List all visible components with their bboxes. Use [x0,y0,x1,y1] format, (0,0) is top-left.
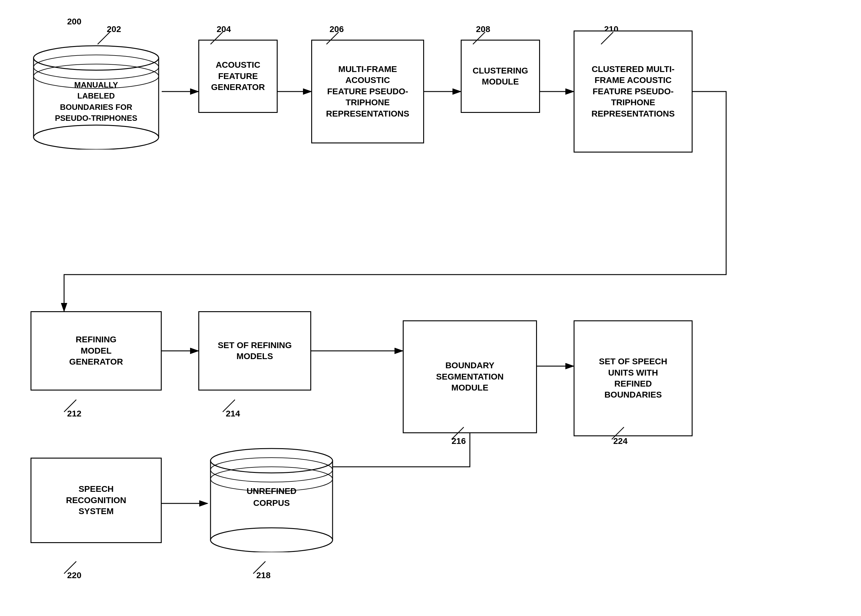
svg-point-15 [211,448,333,473]
svg-line-29 [253,561,266,574]
tick-202 [94,29,113,47]
svg-line-23 [601,32,613,44]
svg-line-19 [97,32,110,44]
set-refining-models: SET OF REFININGMODELS [198,311,311,391]
svg-point-16 [211,528,333,552]
svg-line-22 [473,32,485,44]
svg-line-26 [452,427,464,439]
acoustic-feature-generator: ACOUSTICFEATUREGENERATOR [198,40,278,113]
unrefined-corpus-cylinder: UNREFINEDCORPUS [207,442,336,552]
svg-point-11 [33,125,159,149]
speech-units-refined: SET OF SPEECHUNITS WITHREFINEDBOUNDARIES [573,321,693,436]
svg-point-10 [33,46,159,70]
tick-210 [598,29,616,47]
speech-recognition-system: SPEECHRECOGNITIONSYSTEM [30,458,162,543]
ref-200: 200 [67,17,82,27]
svg-line-21 [327,32,339,44]
clustered-multiframe: CLUSTERED MULTI-FRAME ACOUSTICFEATURE PS… [573,30,693,152]
boundary-segmentation: BOUNDARYSEGMENTATIONMODULE [403,321,537,433]
tick-216 [448,424,467,442]
clustering-module: CLUSTERINGMODULE [461,40,540,113]
diagram: 200 202 MANUALLYLABELEDBOUNDARIES FORPSE… [0,0,861,616]
tick-218 [250,558,269,577]
tick-212 [61,397,79,415]
tick-224 [609,424,627,442]
manually-labeled-cylinder: MANUALLYLABELEDBOUNDARIES FORPSEUDO-TRIP… [30,40,162,149]
tick-220 [61,558,79,577]
tick-204 [207,29,226,47]
manually-labeled-text: MANUALLYLABELEDBOUNDARIES FORPSEUDO-TRIP… [30,79,162,124]
tick-206 [324,29,342,47]
svg-line-28 [64,561,76,574]
multiframe-acoustic-feature: MULTI-FRAMEACOUSTICFEATURE PSEUDO-TRIPHO… [311,40,424,143]
refining-model-generator: REFININGMODELGENERATOR [30,311,162,391]
unrefined-corpus-text: UNREFINEDCORPUS [207,485,336,509]
svg-line-20 [211,32,223,44]
tick-208 [470,29,488,47]
svg-line-27 [612,427,624,439]
tick-214 [220,397,238,415]
svg-line-25 [223,400,235,412]
svg-line-24 [64,400,76,412]
